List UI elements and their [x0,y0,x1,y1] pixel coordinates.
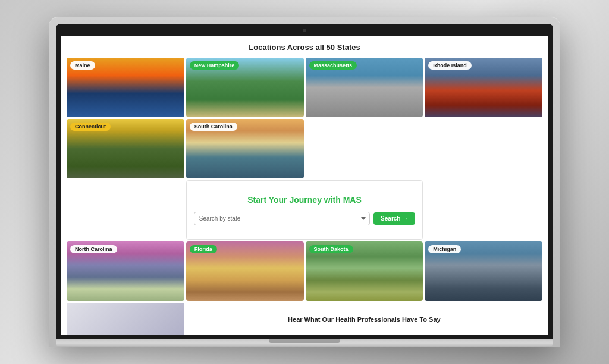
search-button[interactable]: Search → [373,212,415,225]
laptop-frame: Locations Across all 50 States Maine New… [49,17,560,347]
state-label-north-carolina: North Carolina [70,245,117,253]
state-card-connecticut[interactable]: Connecticut [67,119,184,178]
state-card-maine[interactable]: Maine [67,58,184,117]
screen-content: Locations Across all 50 States Maine New… [61,36,548,335]
state-card-south-carolina[interactable]: South Carolina [186,119,304,178]
state-label-new-hampshire: New Hampshire [190,61,240,70]
cta-heading: Start Your Journey with MAS [247,195,362,205]
state-label-maine: Maine [70,61,95,70]
state-label-michigan: Michigan [428,245,461,253]
state-card-massachusetts[interactable]: Massachusetts [306,58,423,117]
state-label-south-carolina: South Carolina [190,123,237,131]
cta-search-row: Search by state Search → [194,212,416,225]
state-card-florida[interactable]: Florida [186,241,304,301]
state-label-south-dakota: South Dakota [309,245,353,253]
state-label-massachusetts: Massachusetts [309,61,357,70]
state-card-south-dakota[interactable]: South Dakota [306,241,423,301]
testimonial-text-area: Hear What Our Health Professionals Have … [186,303,542,335]
laptop-base [56,339,553,347]
state-card-new-hampshire[interactable]: New Hampshire [186,58,304,117]
camera-icon [303,29,306,32]
testimonial-text: Hear What Our Health Professionals Have … [288,316,441,323]
state-label-rhode-island: Rhode Island [428,61,472,70]
screen-bezel: Locations Across all 50 States Maine New… [56,24,553,339]
state-card-north-carolina[interactable]: North Carolina [67,241,184,301]
laptop-screen: Locations Across all 50 States Maine New… [61,36,548,335]
state-label-connecticut: Connecticut [70,123,111,131]
page-title: Locations Across all 50 States [67,43,542,52]
state-card-rhode-island[interactable]: Rhode Island [425,58,542,117]
cta-card: Start Your Journey with MAS Search by st… [186,180,423,240]
state-card-michigan[interactable]: Michigan [425,241,542,301]
testimonial-image [67,303,184,335]
state-label-florida: Florida [190,245,217,253]
state-search-select[interactable]: Search by state [194,212,370,225]
